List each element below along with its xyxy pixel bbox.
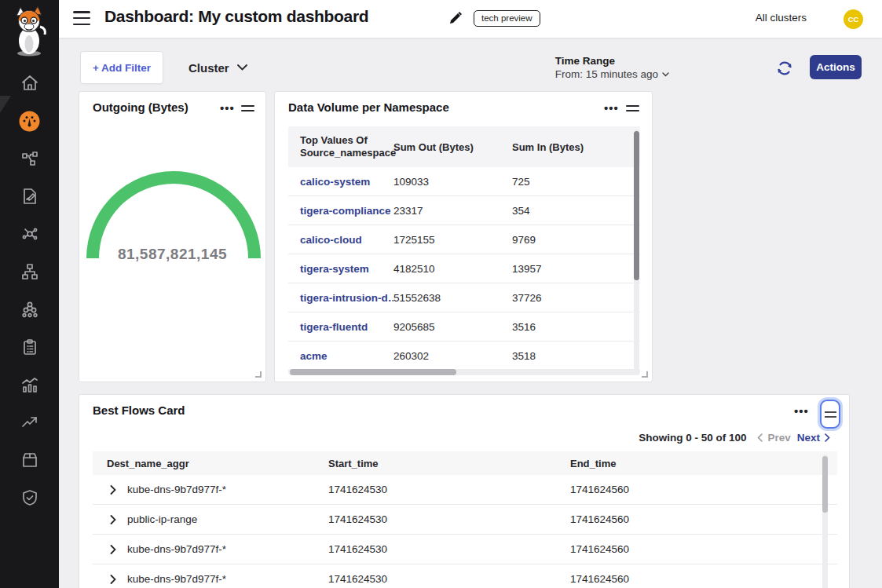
namespace-link[interactable]: tigera-intrusion-d…: [288, 292, 393, 304]
sidebar-item-reports[interactable]: [0, 177, 59, 215]
actions-button[interactable]: Actions: [810, 55, 862, 79]
horizontal-scrollbar[interactable]: [288, 369, 640, 375]
pagination: Showing 0 - 50 of 100 Prev Next: [639, 432, 830, 444]
service-graph-icon: [20, 225, 39, 243]
namespace-link[interactable]: calico-system: [288, 176, 393, 188]
column-header: Dest_name_aggr: [93, 458, 328, 469]
namespace-link[interactable]: tigera-compliance: [288, 205, 393, 217]
table-row: acme 260302 3518: [288, 341, 640, 371]
dest-name: kube-dns-9b7d977f-*: [127, 543, 226, 555]
sidebar-item-home[interactable]: [0, 64, 59, 102]
cluster-filter-dropdown[interactable]: Cluster: [188, 57, 247, 78]
pagination-status: Showing 0 - 50 of 100: [639, 432, 746, 444]
cluster-nodes-icon: [20, 300, 39, 319]
sum-out-value: 1725155: [393, 234, 512, 246]
sum-out-value: 23317: [393, 205, 512, 217]
calico-cat-logo[interactable]: [9, 5, 49, 57]
add-filter-button[interactable]: + Add Filter: [80, 51, 163, 84]
page-title: Dashboard: My custom dashboard: [104, 7, 368, 26]
table-row: kube-dns-9b7d977f-* 1741624530 174162456…: [93, 475, 837, 505]
card-menu-icon[interactable]: •••: [794, 409, 808, 418]
card-resize-handle[interactable]: [642, 371, 648, 378]
namespace-link[interactable]: tigera-fluentd: [288, 321, 393, 333]
card-drag-handle-icon[interactable]: [820, 400, 840, 429]
sidebar-item-clusters[interactable]: [0, 290, 59, 328]
vertical-scrollbar[interactable]: [634, 130, 639, 373]
time-range-picker[interactable]: Time Range From: 15 minutes ago: [555, 55, 669, 80]
expand-row-icon[interactable]: [110, 515, 116, 524]
gauge-arc: [79, 108, 267, 265]
card-resize-handle[interactable]: [255, 371, 262, 378]
start-time: 1741624530: [328, 484, 570, 495]
sum-in-value: 3518: [512, 350, 536, 362]
sidebar-item-topology[interactable]: [0, 140, 59, 177]
sidebar-item-network-tree[interactable]: [0, 253, 59, 290]
cluster-filter-label: Cluster: [188, 61, 229, 75]
namespace-link[interactable]: calico-cloud: [288, 234, 393, 246]
column-header: Start_time: [328, 458, 570, 469]
best-flows-card: Best Flows Card ••• Showing 0 - 50 of 10…: [79, 394, 850, 588]
sidebar-item-dashboards[interactable]: [0, 102, 59, 140]
shield-check-icon: [20, 488, 39, 507]
sidebar-item-inventory[interactable]: [0, 441, 59, 479]
chevron-left-icon: [757, 433, 763, 442]
prev-page-button[interactable]: Prev: [757, 432, 790, 444]
expand-row-icon[interactable]: [110, 575, 116, 584]
end-time: 1741624560: [570, 484, 629, 495]
best-flows-table: Dest_name_aggr Start_time End_time kube-…: [93, 451, 837, 588]
sum-out-value: 9205685: [393, 321, 512, 333]
sidebar-item-service-graph[interactable]: [0, 215, 59, 253]
top-header: Dashboard: My custom dashboard tech prev…: [59, 0, 882, 38]
sum-out-value: 109033: [393, 176, 512, 188]
sidebar-item-trends[interactable]: [0, 404, 59, 441]
sum-out-value: 51552638: [393, 292, 512, 304]
data-volume-table: Top Values Of Source_namespace Sum Out (…: [288, 126, 640, 371]
sidebar-item-policies[interactable]: [0, 328, 59, 366]
hamburger-menu-icon[interactable]: [73, 11, 90, 27]
start-time: 1741624530: [328, 573, 570, 585]
start-time: 1741624530: [328, 513, 570, 525]
table-header-row: Top Values Of Source_namespace Sum Out (…: [288, 126, 640, 167]
column-header: Sum Out (Bytes): [393, 141, 512, 153]
home-icon: [20, 74, 39, 93]
package-box-icon: [20, 451, 39, 469]
column-header: Sum In (Bytes): [512, 141, 584, 153]
sum-in-value: 37726: [512, 292, 542, 304]
sidebar-item-statistics[interactable]: [0, 366, 59, 404]
avatar[interactable]: CC: [844, 9, 863, 29]
sidebar: [0, 0, 59, 588]
cluster-scope-selector[interactable]: All clusters: [756, 12, 807, 24]
chevron-down-icon: [237, 64, 247, 71]
time-range-value: From: 15 minutes ago: [555, 68, 658, 80]
table-row: tigera-compliance 23317 354: [288, 196, 640, 225]
dest-name: public-ip-range: [127, 513, 197, 525]
clipboard-icon: [20, 338, 39, 356]
vertical-scrollbar[interactable]: [822, 455, 828, 588]
sum-out-value: 4182510: [393, 263, 512, 275]
sum-in-value: 725: [512, 176, 530, 188]
table-row: tigera-system 4182510 13957: [288, 254, 640, 283]
dashboard-content: + Add Filter Cluster Time Range From: 15…: [59, 38, 882, 588]
refresh-icon[interactable]: [776, 60, 793, 77]
card-title: Data Volume per Namespace: [288, 100, 449, 114]
card-drag-handle-icon[interactable]: [626, 105, 639, 115]
expand-row-icon[interactable]: [110, 545, 116, 554]
sum-in-value: 3516: [512, 321, 536, 333]
end-time: 1741624560: [570, 513, 629, 525]
report-edit-icon: [20, 187, 39, 206]
column-header: End_time: [570, 458, 617, 469]
gauge-value: 81,587,821,145: [79, 246, 265, 263]
card-menu-icon[interactable]: •••: [604, 106, 618, 115]
expand-row-icon[interactable]: [110, 485, 116, 495]
chevron-down-icon: [662, 72, 669, 77]
sum-in-value: 354: [512, 205, 530, 217]
edit-pencil-icon[interactable]: [448, 10, 463, 26]
dest-name: kube-dns-9b7d977f-*: [127, 573, 226, 585]
namespace-link[interactable]: acme: [288, 350, 393, 362]
table-row: calico-cloud 1725155 9769: [288, 225, 640, 254]
sidebar-item-security[interactable]: [0, 479, 59, 517]
namespace-link[interactable]: tigera-system: [288, 263, 393, 275]
data-volume-card: Data Volume per Namespace ••• Top Values…: [274, 91, 653, 382]
next-page-button[interactable]: Next: [797, 432, 830, 444]
trend-arrow-icon: [20, 413, 39, 432]
